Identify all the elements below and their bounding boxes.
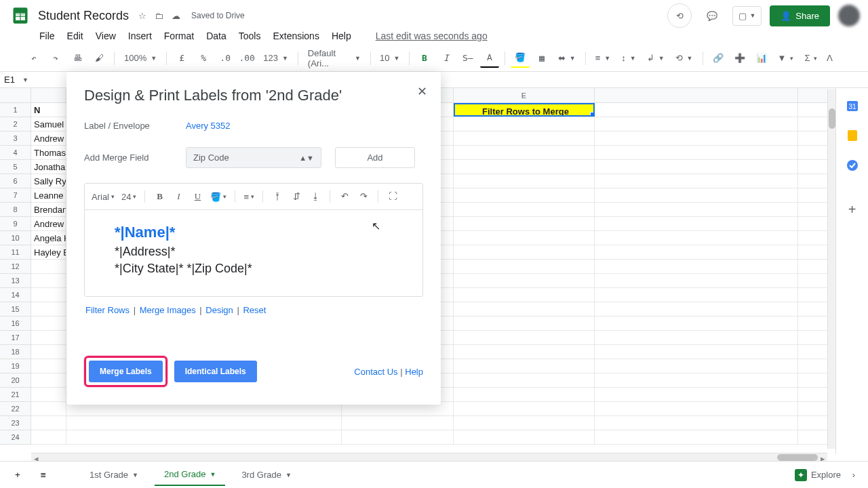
calendar-icon[interactable]: 31 [846,99,859,113]
tasks-icon[interactable] [846,159,859,172]
menu-insert[interactable]: Insert [128,30,152,41]
row-headers[interactable]: 12345 678910 1112131415 1617181920 21222… [0,103,31,445]
menu-extensions[interactable]: Extensions [273,30,319,41]
editor-undo-icon[interactable]: ↶ [336,188,353,205]
menu-help[interactable]: Help [332,30,351,41]
side-toggle-icon[interactable]: › [848,470,860,480]
editor-underline-button[interactable]: U [189,188,206,205]
filter-header-cell[interactable]: Filter Rows to Merge [454,103,595,117]
menu-edit[interactable]: Edit [67,30,83,41]
table-row[interactable]: Brendan [31,203,66,216]
tab-2nd-grade[interactable]: 2nd Grade▼ [155,464,225,486]
editor-size-dropdown[interactable]: 24▾ [119,192,139,202]
strike-button[interactable]: S̶ [458,49,477,68]
horizontal-scrollbar[interactable]: ◂▸ [31,453,827,461]
help-link[interactable]: Help [405,367,423,377]
table-row[interactable]: Jonatha [31,160,66,174]
borders-button[interactable]: ▦ [532,49,551,68]
select-all-corner[interactable] [0,88,31,103]
merge-images-link[interactable]: Merge Images [140,305,196,315]
vertical-scrollbar[interactable] [827,89,835,449]
merge-field-select[interactable]: Zip Code▲▼ [186,147,321,168]
italic-button[interactable]: I [437,49,456,68]
history-icon[interactable]: ⟲ [667,3,692,28]
wrap-button[interactable]: ↲▼ [643,53,669,63]
table-row[interactable]: Andrew [31,131,66,145]
star-icon[interactable]: ☆ [138,11,146,21]
tab-3rd-grade[interactable]: 3rd Grade▼ [232,464,300,485]
print-icon[interactable]: 🖶 [68,49,87,68]
merge-button[interactable]: ⬌▼ [554,53,580,63]
explore-button[interactable]: ✦Explore [795,469,841,481]
menu-data[interactable]: Data [206,30,226,41]
table-row[interactable]: Angela H [31,231,66,245]
editor-redo-icon[interactable]: ↷ [355,188,372,205]
name-box[interactable]: E1▼ [0,75,31,85]
zoom-dropdown[interactable]: 100%▼ [120,53,161,63]
table-row[interactable]: Samuel [31,117,66,131]
comment-icon[interactable]: 💬 [700,3,724,28]
last-edit-link[interactable]: Last edit was seconds ago [376,30,488,41]
present-dropdown[interactable]: ▢▼ [732,6,762,26]
font-size-dropdown[interactable]: 10▼ [376,53,403,63]
filter-button[interactable]: ▼▾ [774,53,798,63]
move-icon[interactable]: 🗀 [155,11,163,21]
reset-link[interactable]: Reset [243,305,266,315]
format-dropdown[interactable]: 123▼ [259,53,292,63]
table-row[interactable]: Sally Ry [31,174,66,188]
contact-us-link[interactable]: Contact Us [354,367,397,377]
functions-button[interactable]: Σ▾ [800,53,821,63]
table-row[interactable]: Hayley E [31,245,66,259]
increase-decimal-icon[interactable]: .00 [237,49,256,68]
identical-labels-button[interactable]: Identical Labels [174,361,257,382]
keep-icon[interactable] [846,129,859,142]
avery-link[interactable]: Avery 5352 [186,121,231,131]
decrease-decimal-icon[interactable]: .0 [216,49,235,68]
tab-1st-grade[interactable]: 1st Grade▼ [80,464,148,485]
redo-icon[interactable]: ↷ [46,49,65,68]
menu-format[interactable]: Format [164,30,194,41]
font-dropdown[interactable]: Default (Ari...▼ [304,48,365,68]
halign-button[interactable]: ≡▼ [591,53,615,63]
menu-tools[interactable]: Tools [239,30,261,41]
collapse-toolbar-icon[interactable]: ᐱ [827,53,833,63]
table-row[interactable]: Thomas [31,146,66,159]
editor-align-middle-icon[interactable]: ⇵ [288,188,305,205]
editor-color-button[interactable]: 🪣▾ [208,192,229,202]
link-button[interactable]: 🔗 [709,49,728,68]
table-row[interactable]: Andrew [31,217,66,230]
paint-format-icon[interactable]: 🖌 [90,49,108,68]
add-button[interactable]: Add [335,147,415,168]
editor-content[interactable]: *|Name|* *|Address|* *|City State|* *|Zi… [85,210,422,296]
editor-align-top-icon[interactable]: ⭱ [269,188,286,205]
close-icon[interactable]: ✕ [417,84,427,99]
fill-color-button[interactable]: 🪣 [511,49,530,68]
editor-align-bottom-icon[interactable]: ⭳ [307,188,324,205]
text-color-button[interactable]: A [480,49,499,68]
editor-fullscreen-icon[interactable]: ⛶ [384,188,401,205]
rotate-button[interactable]: ⟲▼ [671,53,697,63]
currency-icon[interactable]: £ [172,49,191,68]
editor-bold-button[interactable]: B [151,188,168,205]
valign-button[interactable]: ↕▼ [617,53,639,63]
all-sheets-button[interactable]: ≡ [34,466,53,485]
add-panel-icon[interactable]: + [846,202,859,216]
chart-button[interactable]: 📊 [752,49,771,68]
merge-labels-button[interactable]: Merge Labels [89,361,163,382]
undo-icon[interactable]: ↶ [24,49,43,68]
doc-title[interactable]: Student Records [38,9,129,23]
share-button[interactable]: 👤Share [770,5,830,26]
account-avatar[interactable] [838,5,860,26]
table-row[interactable]: Leanne [31,188,66,202]
design-link[interactable]: Design [205,305,233,315]
editor-align-button[interactable]: ≡▾ [241,192,257,202]
editor-font-dropdown[interactable]: Arial▾ [89,192,117,202]
menu-file[interactable]: File [39,30,55,41]
percent-icon[interactable]: % [194,49,213,68]
menu-view[interactable]: View [96,30,116,41]
add-sheet-button[interactable]: + [8,466,27,485]
sheets-logo[interactable] [8,3,33,28]
editor-italic-button[interactable]: I [170,188,187,205]
comment-button[interactable]: ➕ [730,49,749,68]
filter-rows-link[interactable]: Filter Rows [85,305,130,315]
